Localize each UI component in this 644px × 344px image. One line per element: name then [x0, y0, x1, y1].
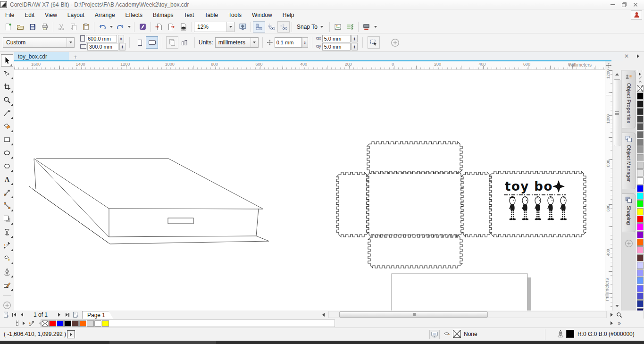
doc-palette-scroll-right-icon[interactable]: [608, 319, 616, 327]
nudge-field[interactable]: 0.1 mm: [275, 37, 302, 48]
palette-color-swatch[interactable]: [637, 223, 644, 230]
undo-button[interactable]: [96, 21, 109, 33]
palette-color-swatch[interactable]: [637, 246, 644, 253]
scroll-up-button[interactable]: [613, 70, 621, 78]
canvas[interactable]: toy bo: [14, 70, 605, 310]
palette-color-swatch[interactable]: [637, 139, 644, 146]
h-scroll-right-button[interactable]: [608, 311, 616, 319]
outline-pen-tool[interactable]: [1, 266, 13, 278]
transparency-tool[interactable]: [1, 226, 13, 238]
redo-button[interactable]: [114, 21, 126, 33]
new-button[interactable]: [2, 21, 14, 33]
palette-color-swatch[interactable]: [637, 101, 644, 108]
previous-page-button[interactable]: [18, 311, 26, 319]
current-page-button[interactable]: [178, 36, 191, 49]
smart-fill-tool[interactable]: [1, 120, 13, 133]
customize-toolbox-button[interactable]: [1, 299, 13, 311]
docker-flyout-icon[interactable]: [634, 52, 642, 60]
palette-color-swatch[interactable]: [637, 200, 644, 207]
fill-tool[interactable]: [1, 252, 13, 265]
menu-layout[interactable]: Layout: [62, 9, 90, 20]
palette-flyout-icon[interactable]: [636, 72, 644, 76]
vertical-scrollbar[interactable]: [612, 70, 621, 310]
menu-bitmaps[interactable]: Bitmaps: [148, 9, 178, 20]
page-width-spinner[interactable]: ▲▼: [118, 35, 124, 42]
parallel-dimension-tool[interactable]: [1, 186, 13, 199]
palette-color-swatch[interactable]: [637, 277, 644, 284]
pick-tool[interactable]: [1, 54, 13, 67]
palette-color-swatch[interactable]: [637, 131, 644, 138]
duplicate-y-field[interactable]: 5.0 mm: [322, 43, 351, 50]
palette-color-swatch[interactable]: [637, 146, 644, 153]
options-button[interactable]: [344, 21, 356, 33]
palette-color-swatch[interactable]: [637, 108, 644, 115]
document-tab[interactable]: toy_box.cdr: [14, 52, 69, 61]
doc-palette-eyedropper-icon[interactable]: [28, 319, 36, 327]
menu-view[interactable]: View: [40, 9, 62, 20]
text-tool[interactable]: [1, 173, 13, 185]
menu-file[interactable]: File: [0, 9, 19, 20]
minimize-button[interactable]: [607, 1, 619, 8]
palette-color-swatch[interactable]: [637, 239, 644, 246]
duplicate-x-spinner[interactable]: ▲▼: [351, 35, 358, 42]
all-pages-button[interactable]: [166, 36, 178, 49]
palette-grip[interactable]: [16, 320, 18, 326]
import-button[interactable]: [153, 21, 165, 33]
copy-button[interactable]: [67, 21, 80, 33]
palette-color-swatch[interactable]: [637, 293, 644, 300]
straight-line-connector-tool[interactable]: [1, 200, 13, 212]
paste-button[interactable]: [80, 21, 92, 33]
palette-color-swatch[interactable]: [637, 254, 644, 261]
document-palette-swatch[interactable]: [102, 320, 109, 327]
zoom-dropdown-icon[interactable]: [226, 22, 234, 32]
document-palette-swatch[interactable]: [79, 320, 86, 327]
cut-button[interactable]: [55, 21, 67, 33]
add-page-button-2[interactable]: [71, 311, 79, 319]
redo-dropdown[interactable]: [128, 26, 131, 28]
color-eyedropper-tool[interactable]: [1, 239, 13, 252]
units-combo[interactable]: millimeters: [215, 37, 259, 48]
page-height-spinner[interactable]: ▲▼: [119, 43, 125, 50]
open-button[interactable]: [14, 21, 26, 33]
page-tab[interactable]: Page 1: [82, 311, 113, 319]
first-page-button[interactable]: [10, 311, 18, 319]
launcher-dropdown[interactable]: [374, 26, 377, 28]
next-page-button[interactable]: [55, 311, 63, 319]
page-height-field[interactable]: 300.0 mm: [87, 43, 118, 50]
docker-tab-object-manager[interactable]: Object Manager: [622, 133, 636, 189]
horizontal-ruler[interactable]: millimeters 1600140012001000800600400200…: [14, 61, 605, 70]
palette-color-swatch[interactable]: [637, 231, 644, 238]
docker-tab-shaping[interactable]: Shaping: [622, 193, 636, 232]
palette-color-swatch[interactable]: [637, 162, 644, 169]
palette-color-swatch[interactable]: [637, 216, 644, 223]
horizontal-scrollbar[interactable]: [328, 311, 607, 318]
color-proof-icon[interactable]: [429, 330, 440, 339]
sign-in-icon[interactable]: [631, 10, 642, 20]
vertical-ruler[interactable]: millimeters 12001000800600400: [605, 70, 612, 310]
document-palette-swatch[interactable]: [94, 320, 101, 327]
page-preset-combo[interactable]: Custom: [3, 37, 75, 48]
quick-customize-button[interactable]: [624, 239, 634, 248]
doc-palette-expand-icon[interactable]: »: [615, 319, 623, 327]
palette-color-swatch[interactable]: [637, 177, 644, 185]
palette-color-swatch[interactable]: [637, 92, 644, 100]
save-button[interactable]: [26, 21, 39, 33]
palette-color-swatch[interactable]: [637, 262, 644, 269]
preset-dropdown-icon[interactable]: [67, 38, 74, 47]
document-palette-swatch[interactable]: [49, 320, 56, 327]
undo-dropdown[interactable]: [110, 26, 113, 28]
welcome-screen-button[interactable]: [332, 21, 344, 33]
h-scroll-left-button[interactable]: [319, 311, 327, 319]
print-button[interactable]: [39, 21, 51, 33]
doc-palette-flyout-icon[interactable]: [20, 319, 28, 327]
menu-help[interactable]: Help: [277, 9, 300, 20]
polygon-tool[interactable]: [1, 160, 13, 172]
palette-color-swatch[interactable]: [637, 169, 644, 176]
show-guidelines-button[interactable]: [277, 21, 290, 33]
interactive-fill-tool[interactable]: [1, 279, 13, 291]
last-page-button[interactable]: [63, 311, 71, 319]
menu-edit[interactable]: Edit: [19, 9, 40, 20]
restore-button[interactable]: [619, 1, 630, 8]
duplicate-y-spinner[interactable]: ▲▼: [351, 43, 358, 50]
show-rulers-button[interactable]: [253, 21, 265, 33]
